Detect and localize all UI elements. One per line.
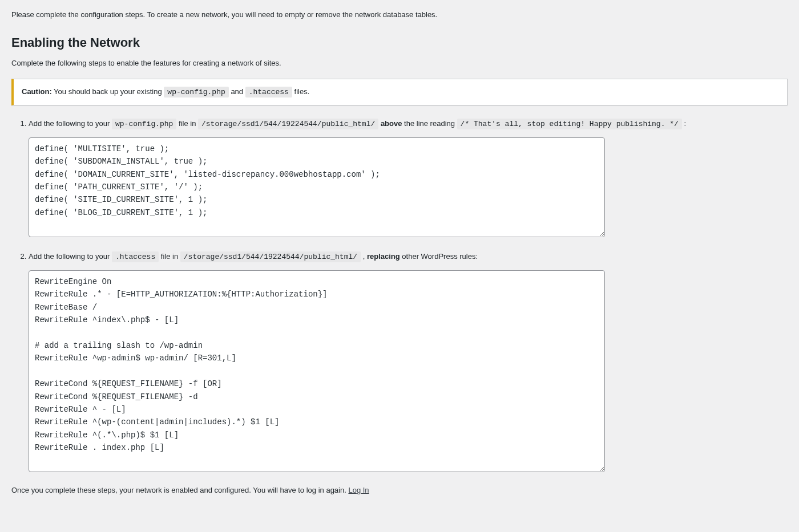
- step1-comment: /* That's all, stop editing! Happy publi…: [457, 119, 682, 129]
- step2-path: /storage/ssd1/544/19224544/public_html/: [180, 251, 361, 262]
- caution-file-htaccess: .htaccess: [245, 87, 292, 98]
- steps-list: Add the following to your wp-config.php …: [19, 117, 788, 472]
- step-2: Add the following to your .htaccess file…: [29, 250, 788, 472]
- caution-mid: and: [231, 87, 245, 96]
- step2-mid1: file in: [161, 252, 180, 261]
- wp-config-code[interactable]: [29, 137, 605, 237]
- step1-mid3: the line reading: [404, 119, 457, 128]
- step2-pre: Add the following to your: [29, 252, 112, 261]
- caution-label: Caution:: [22, 87, 52, 96]
- step2-mid2: ,: [363, 252, 367, 261]
- htaccess-code[interactable]: [29, 270, 605, 472]
- step1-mid1: file in: [179, 119, 198, 128]
- intro-text: Please complete the configuration steps.…: [11, 9, 788, 21]
- caution-post: files.: [294, 87, 310, 96]
- step1-file: wp-config.php: [112, 119, 176, 129]
- caution-notice: Caution: You should back up your existin…: [11, 79, 788, 105]
- step2-file: .htaccess: [112, 251, 159, 262]
- final-text: Once you complete these steps, your netw…: [11, 486, 348, 494]
- step1-post: :: [684, 119, 686, 128]
- step1-pre: Add the following to your: [29, 119, 112, 128]
- caution-file-wpconfig: wp-config.php: [164, 87, 228, 98]
- step1-path: /storage/ssd1/544/19224544/public_html/: [198, 119, 378, 129]
- step-2-text: Add the following to your .htaccess file…: [29, 250, 788, 263]
- network-setup-wrap: Please complete the configuration steps.…: [0, 0, 799, 518]
- section-heading: Enabling the Network: [11, 33, 788, 52]
- step-1: Add the following to your wp-config.php …: [29, 117, 788, 237]
- step-1-text: Add the following to your wp-config.php …: [29, 117, 788, 131]
- step1-above: above: [381, 119, 402, 128]
- caution-pre: You should back up your existing: [54, 87, 164, 96]
- final-paragraph: Once you complete these steps, your netw…: [11, 485, 788, 496]
- step2-replacing: replacing: [367, 252, 400, 261]
- step2-post: other WordPress rules:: [402, 252, 478, 261]
- login-link[interactable]: Log In: [348, 486, 369, 494]
- section-subtext: Complete the following steps to enable t…: [11, 58, 788, 69]
